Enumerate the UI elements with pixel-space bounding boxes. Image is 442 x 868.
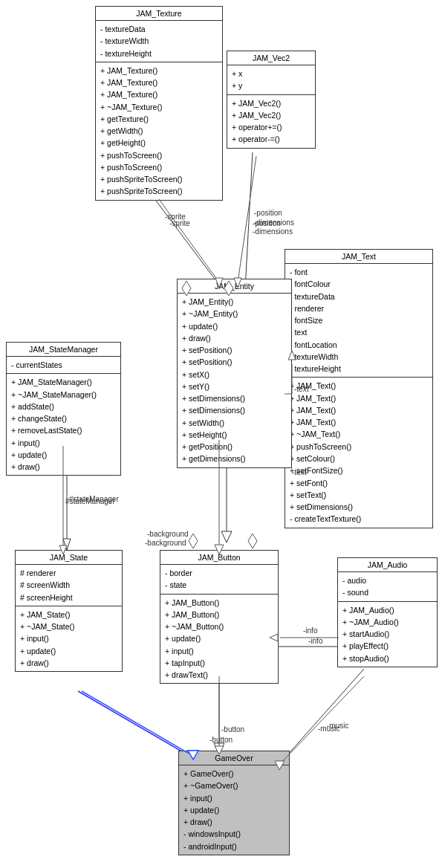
jam-state-box: JAM_State # renderer # screenWidth # scr…	[15, 550, 123, 672]
jam-state-attrs: # renderer # screenWidth # screenHeight	[16, 565, 122, 606]
jam-entity-box: JAM_Entity + JAM_Entity() + ~JAM_Entity(…	[177, 279, 292, 468]
background-label: -background	[145, 539, 186, 547]
jam-texture-title: JAM_Texture	[96, 7, 222, 21]
jam-texture-box: JAM_Texture - textureData - textureWidth…	[95, 6, 223, 201]
jam-button-title: JAM_Button	[160, 551, 278, 565]
jam-entity-title: JAM_Entity	[178, 279, 291, 294]
jam-statemanager-box: JAM_StateManager - currentStates + JAM_S…	[6, 342, 121, 476]
gameover-box: GameOver + GameOver() + ~GameOver() + in…	[178, 751, 290, 855]
jam-audio-box: JAM_Audio - audio - sound + JAM_Audio() …	[337, 557, 438, 667]
svg-line-0	[156, 201, 223, 290]
jam-audio-title: JAM_Audio	[338, 558, 437, 572]
svg-line-10	[78, 691, 193, 758]
music-label: -music	[318, 725, 339, 733]
jam-button-box: JAM_Button - border - state + JAM_Button…	[160, 550, 279, 684]
svg-marker-51	[248, 534, 257, 548]
button-label: -button	[209, 736, 233, 744]
jam-statemanager-title: JAM_StateManager	[7, 343, 120, 357]
statemanager-label: #stateManager	[69, 495, 119, 503]
jam-text-attrs: - font - fontColour - textureData - rend…	[285, 264, 432, 378]
svg-text:-background: -background	[147, 530, 189, 538]
jam-button-methods: + JAM_Button() + JAM_Button() + ~JAM_But…	[160, 595, 278, 684]
svg-text:-position: -position	[254, 209, 282, 217]
jam-text-title: JAM_Text	[285, 250, 432, 264]
jam-audio-attrs: - audio - sound	[338, 572, 437, 602]
jam-vec2-attrs: + x + y	[227, 65, 315, 95]
svg-line-2	[245, 152, 253, 290]
jam-button-attrs: - border - state	[160, 565, 278, 595]
jam-statemanager-attrs: - currentStates	[7, 357, 120, 374]
jam-state-title: JAM_State	[16, 551, 122, 565]
svg-line-19	[159, 199, 219, 282]
gameover-methods: + GameOver() + ~GameOver() + input() + u…	[179, 765, 289, 855]
svg-text:-info: -info	[303, 626, 318, 635]
svg-text:-button: -button	[221, 725, 244, 733]
gameover-title: GameOver	[179, 751, 289, 765]
jam-statemanager-methods: + JAM_StateManager() + ~JAM_StateManager…	[7, 374, 120, 475]
jam-audio-methods: + JAM_Audio() + ~JAM_Audio() + startAudi…	[338, 602, 437, 667]
jam-text-box: JAM_Text - font - fontColour - textureDa…	[285, 249, 433, 528]
jam-texture-attrs: - textureData - textureWidth - textureHe…	[96, 21, 222, 62]
svg-line-45	[279, 676, 364, 765]
sprite-label: -sprite	[169, 219, 190, 227]
svg-marker-50	[189, 534, 198, 548]
jam-vec2-title: JAM_Vec2	[227, 51, 315, 65]
position-dimensions-label: -position -dimensions	[253, 219, 293, 236]
jam-vec2-methods: + JAM_Vec2() + JAM_Vec2() + operator+=()…	[227, 95, 315, 148]
jam-state-methods: + JAM_State() + ~JAM_State() + input() +…	[16, 606, 122, 671]
svg-line-37	[82, 691, 192, 755]
svg-marker-7	[63, 539, 71, 550]
jam-text-methods: + JAM_Text() + JAM_Text() + JAM_Text() +…	[285, 378, 432, 527]
info-label: -info	[308, 637, 322, 645]
text-label: -text	[292, 468, 306, 476]
uml-diagram: JAM_Texture - textureData - textureWidth…	[0, 0, 442, 868]
svg-marker-9	[221, 531, 232, 542]
jam-entity-methods: + JAM_Entity() + ~JAM_Entity() + update(…	[178, 294, 291, 467]
jam-texture-methods: + JAM_Texture() + JAM_Texture() + JAM_Te…	[96, 62, 222, 200]
jam-vec2-box: JAM_Vec2 + x + y + JAM_Vec2() + JAM_Vec2…	[227, 51, 316, 149]
